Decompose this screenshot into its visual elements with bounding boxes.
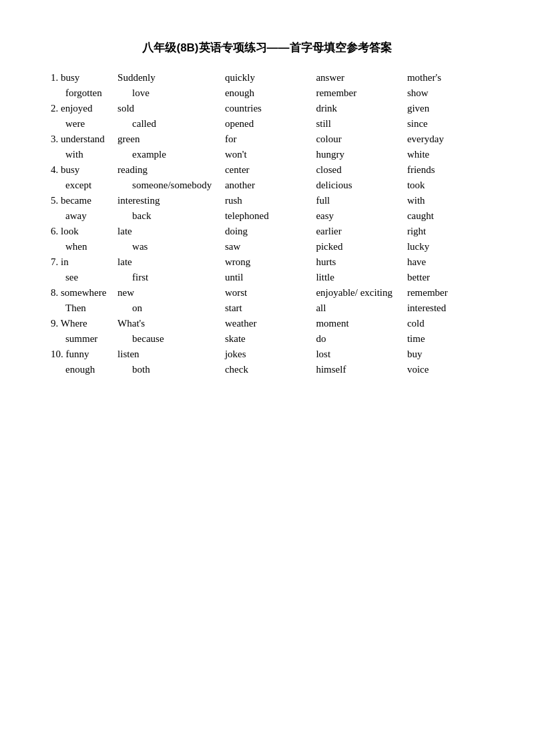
cell-col2: Suddenly: [113, 70, 221, 85]
cell-num-word: summer: [47, 331, 113, 347]
cell-col3: opened: [221, 116, 312, 132]
cell-col2: interesting: [113, 193, 221, 208]
cell-col5: better: [403, 270, 487, 285]
cell-col4: remember: [312, 85, 403, 101]
cell-col2: because: [113, 331, 221, 347]
cell-col3: won't: [221, 147, 312, 162]
cell-col4: enjoyable/ exciting: [312, 285, 403, 301]
cell-col2: sold: [113, 101, 221, 116]
cell-num-word: 2. enjoyed: [47, 101, 113, 116]
cell-col4: drink: [312, 101, 403, 116]
table-row: summerbecauseskatedotime: [47, 331, 487, 347]
table-row: 6. looklatedoingearlierright: [47, 224, 487, 239]
cell-col5: took: [403, 178, 487, 193]
cell-num-word: forgotten: [47, 85, 113, 101]
cell-num-word: 5. became: [47, 193, 113, 208]
cell-col3: weather: [221, 316, 312, 331]
cell-num-word: 8. somewhere: [47, 285, 113, 301]
cell-col5: cold: [403, 316, 487, 331]
cell-col2: someone/somebody: [113, 178, 221, 193]
cell-col3: worst: [221, 285, 312, 301]
cell-num-word: except: [47, 178, 113, 193]
cell-col5: show: [403, 85, 487, 101]
cell-num-word: 9. Where: [47, 316, 113, 331]
cell-col4: himself: [312, 362, 403, 377]
cell-num-word: 4. busy: [47, 162, 113, 178]
cell-col2: late: [113, 224, 221, 239]
table-row: 10. funnylistenjokeslostbuy: [47, 347, 487, 362]
table-row: 3. understandgreenforcoloureveryday: [47, 132, 487, 147]
cell-col4: lost: [312, 347, 403, 362]
cell-col3: until: [221, 270, 312, 285]
cell-col3: doing: [221, 224, 312, 239]
cell-col5: remember: [403, 285, 487, 301]
cell-num-word: enough: [47, 362, 113, 377]
cell-col5: everyday: [403, 132, 487, 147]
cell-col4: all: [312, 301, 403, 316]
table-row: 8. somewherenewworstenjoyable/ excitingr…: [47, 285, 487, 301]
cell-col3: telephoned: [221, 208, 312, 224]
table-row: withexamplewon'thungrywhite: [47, 147, 487, 162]
cell-col4: full: [312, 193, 403, 208]
cell-num-word: 1. busy: [47, 70, 113, 85]
cell-col2: called: [113, 116, 221, 132]
table-row: 4. busyreadingcenterclosedfriends: [47, 162, 487, 178]
table-row: Thenonstartallinterested: [47, 301, 487, 316]
table-row: 1. busySuddenlyquicklyanswermother's: [47, 70, 487, 85]
cell-col5: since: [403, 116, 487, 132]
cell-col3: for: [221, 132, 312, 147]
cell-col5: lucky: [403, 239, 487, 254]
cell-col4: hungry: [312, 147, 403, 162]
answer-table: 1. busySuddenlyquicklyanswermother's for…: [47, 70, 487, 377]
cell-col3: check: [221, 362, 312, 377]
cell-col3: another: [221, 178, 312, 193]
table-row: exceptsomeone/somebodyanotherdeliciousto…: [47, 178, 487, 193]
table-row: awaybacktelephonedeasycaught: [47, 208, 487, 224]
page-title: 八年级(8B)英语专项练习——首字母填空参考答案: [47, 40, 487, 55]
cell-col3: wrong: [221, 254, 312, 270]
cell-num-word: when: [47, 239, 113, 254]
cell-num-word: were: [47, 116, 113, 132]
cell-col2: was: [113, 239, 221, 254]
table-row: forgottenloveenoughremembershow: [47, 85, 487, 101]
cell-col2: listen: [113, 347, 221, 362]
cell-col5: time: [403, 331, 487, 347]
cell-num-word: 10. funny: [47, 347, 113, 362]
table-row: whenwassawpickedlucky: [47, 239, 487, 254]
cell-col5: given: [403, 101, 487, 116]
cell-col5: mother's: [403, 70, 487, 85]
cell-col4: moment: [312, 316, 403, 331]
cell-col3: quickly: [221, 70, 312, 85]
cell-col5: right: [403, 224, 487, 239]
cell-num-word: 7. in: [47, 254, 113, 270]
cell-col4: answer: [312, 70, 403, 85]
cell-col2: new: [113, 285, 221, 301]
cell-num-word: away: [47, 208, 113, 224]
cell-col4: easy: [312, 208, 403, 224]
cell-col2: reading: [113, 162, 221, 178]
cell-num-word: 3. understand: [47, 132, 113, 147]
cell-col4: delicious: [312, 178, 403, 193]
table-row: seefirstuntillittlebetter: [47, 270, 487, 285]
cell-col5: caught: [403, 208, 487, 224]
cell-col5: buy: [403, 347, 487, 362]
cell-num-word: with: [47, 147, 113, 162]
table-row: 7. inlatewronghurtshave: [47, 254, 487, 270]
cell-col2: first: [113, 270, 221, 285]
table-row: 9. WhereWhat'sweathermomentcold: [47, 316, 487, 331]
cell-col5: have: [403, 254, 487, 270]
cell-col5: white: [403, 147, 487, 162]
cell-col5: friends: [403, 162, 487, 178]
cell-col3: start: [221, 301, 312, 316]
cell-col4: hurts: [312, 254, 403, 270]
cell-col4: colour: [312, 132, 403, 147]
cell-col3: center: [221, 162, 312, 178]
table-row: 2. enjoyedsoldcountriesdrinkgiven: [47, 101, 487, 116]
cell-num-word: 6. look: [47, 224, 113, 239]
cell-col2: back: [113, 208, 221, 224]
cell-col2: What's: [113, 316, 221, 331]
cell-col4: closed: [312, 162, 403, 178]
cell-col5: interested: [403, 301, 487, 316]
cell-col3: enough: [221, 85, 312, 101]
cell-col2: both: [113, 362, 221, 377]
